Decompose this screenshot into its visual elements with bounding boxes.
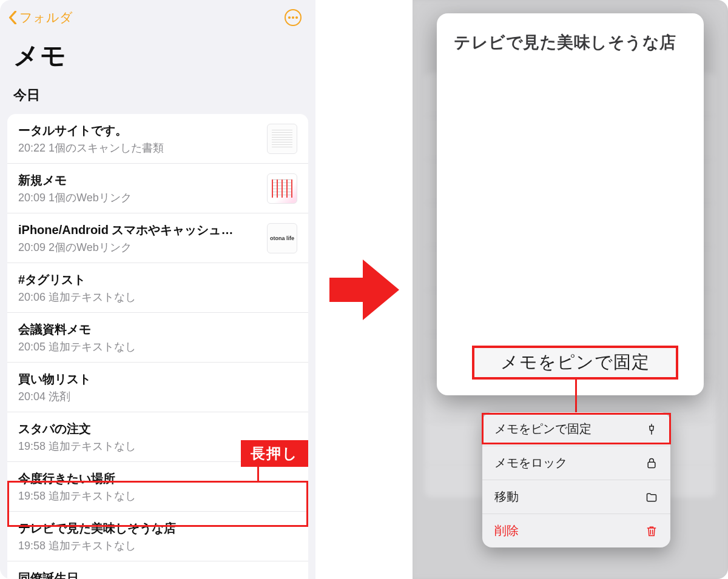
- note-title: #タグリスト: [18, 272, 297, 288]
- note-title: ータルサイトです。: [18, 122, 260, 139]
- note-row[interactable]: iPhone/Android スマホやキャッシュ…20:09 2個のWebリンク…: [7, 213, 308, 263]
- menu-item-label: 移動: [494, 489, 519, 505]
- note-title: テレビで見た美味しそうな店: [18, 520, 297, 537]
- note-title: 買い物リスト: [18, 371, 297, 387]
- note-subtitle: 20:22 1個のスキャンした書類: [18, 141, 260, 155]
- page-title: メモ: [0, 34, 315, 84]
- menu-item-folder[interactable]: 移動: [482, 480, 670, 514]
- annotation-longpress-badge: 長押し: [241, 440, 308, 467]
- note-thumbnail: otona life: [267, 223, 297, 253]
- note-preview-card[interactable]: テレビで見た美味しそうな店: [437, 13, 704, 395]
- chevron-left-icon: [8, 11, 17, 24]
- note-subtitle: 20:09 1個のWebリンク: [18, 190, 260, 205]
- note-thumbnail: [267, 173, 297, 204]
- back-label: フォルダ: [19, 9, 73, 26]
- note-row[interactable]: ータルサイトです。20:22 1個のスキャンした書類: [7, 114, 308, 164]
- note-row[interactable]: 買い物リスト20:04 洗剤: [7, 363, 308, 412]
- pin-icon: [645, 423, 658, 436]
- annotation-connector: [257, 467, 259, 481]
- note-row[interactable]: 同僚誕生日19:56 追加テキストなし: [7, 561, 308, 579]
- context-menu: メモをピンで固定メモをロック移動削除: [482, 412, 670, 547]
- section-today: 今日: [0, 84, 315, 110]
- svg-rect-0: [648, 462, 655, 467]
- note-row[interactable]: テレビで見た美味しそうな店19:58 追加テキストなし: [7, 512, 308, 561]
- note-subtitle: 20:04 洗剤: [18, 389, 297, 404]
- note-title: スタバの注文: [18, 421, 297, 437]
- note-row[interactable]: 今度行きたい場所19:58 追加テキストなし: [7, 462, 308, 512]
- menu-item-trash[interactable]: 削除: [482, 514, 670, 547]
- note-title: 新規メモ: [18, 172, 260, 189]
- arrow-right-icon: [329, 259, 399, 320]
- ellipsis-circle-icon: [285, 9, 302, 26]
- lock-icon: [645, 457, 658, 470]
- note-subtitle: 20:05 追加テキストなし: [18, 340, 297, 354]
- note-title: 会議資料メモ: [18, 321, 297, 338]
- arrow-panel: [315, 0, 413, 579]
- note-title: 同僚誕生日: [18, 570, 297, 579]
- menu-item-label: メモをピンで固定: [494, 421, 592, 437]
- menu-item-label: 削除: [494, 523, 519, 539]
- more-button[interactable]: [284, 8, 302, 27]
- back-button[interactable]: フォルダ: [8, 9, 73, 26]
- annotation-connector: [575, 380, 577, 413]
- preview-title: テレビで見た美味しそうな店: [454, 32, 687, 53]
- menu-item-pin[interactable]: メモをピンで固定: [482, 412, 670, 446]
- note-title: iPhone/Android スマホやキャッシュ…: [18, 222, 260, 238]
- trash-icon: [645, 524, 658, 538]
- note-title: 今度行きたい場所: [18, 470, 297, 487]
- note-row[interactable]: 新規メモ20:09 1個のWebリンク: [7, 164, 308, 213]
- folder-icon: [645, 490, 658, 504]
- note-row[interactable]: 会議資料メモ20:05 追加テキストなし: [7, 313, 308, 363]
- note-subtitle: 19:58 追加テキストなし: [18, 489, 297, 503]
- note-subtitle: 20:06 追加テキストなし: [18, 290, 297, 304]
- notes-list-screen: フォルダ メモ 今日 ータルサイトです。20:22 1個のスキャンした書類新規メ…: [0, 0, 315, 579]
- annotation-pin-callout: メモをピンで固定: [472, 346, 678, 380]
- note-row[interactable]: #タグリスト20:06 追加テキストなし: [7, 263, 308, 313]
- note-thumbnail: [267, 124, 297, 154]
- menu-item-label: メモをロック: [494, 455, 567, 471]
- context-menu-screen: テレビで見た美味しそうな店 メモをピンで固定 メモをピンで固定メモをロック移動削…: [413, 0, 728, 579]
- menu-item-lock[interactable]: メモをロック: [482, 446, 670, 480]
- notes-card: ータルサイトです。20:22 1個のスキャンした書類新規メモ20:09 1個のW…: [7, 114, 308, 579]
- note-subtitle: 19:58 追加テキストなし: [18, 538, 297, 553]
- note-subtitle: 20:09 2個のWebリンク: [18, 240, 260, 255]
